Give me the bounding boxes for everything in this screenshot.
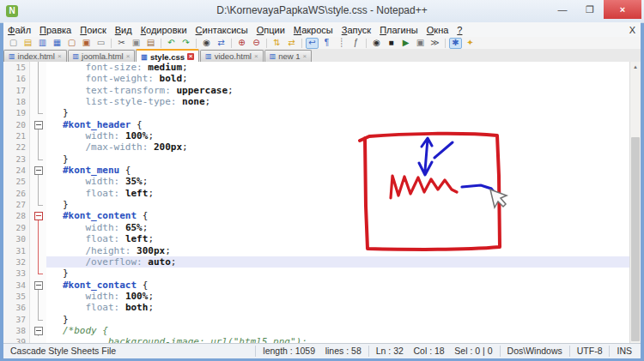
tab-close-icon[interactable]: × [187, 53, 194, 60]
code-line-23[interactable]: 23} [3, 153, 629, 165]
code-line-25[interactable]: 25 width: 35%; [3, 176, 629, 187]
editor-area[interactable]: 15 font-size: medium;16 font-weight: bol… [3, 62, 641, 343]
tab-close-icon[interactable]: × [126, 53, 131, 59]
code-pane[interactable]: 15 font-size: medium;16 font-weight: bol… [3, 62, 629, 343]
fold-margin[interactable] [30, 165, 46, 176]
code-line-32[interactable]: 32 /overflow: auto; [3, 256, 629, 268]
tab-video-html[interactable]: ▥video.html× [200, 50, 264, 62]
function-list-button[interactable]: ƒ [349, 38, 362, 49]
code-line-33[interactable]: 33} [3, 268, 629, 279]
code-line-17[interactable]: 17 text-transform: uppercase; [3, 85, 629, 96]
code-line-18[interactable]: 18 list-style-type: none; [3, 96, 629, 107]
tab-style-css[interactable]: ▥style.css× [136, 49, 199, 63]
zoom-in-button[interactable]: ⊕ [235, 38, 248, 49]
line-text: #kont_content { [46, 210, 629, 221]
code-line-37[interactable]: 37} [3, 314, 629, 325]
code-line-36[interactable]: 36 float: both; [3, 302, 629, 313]
fold-margin[interactable] [30, 280, 46, 291]
show-all-chars-button[interactable]: ¶ [320, 38, 333, 49]
fold-margin[interactable] [30, 325, 46, 336]
sync-vertical-button[interactable]: ⇅ [270, 38, 283, 49]
tab-new-1[interactable]: ▥new 1× [264, 50, 313, 62]
menu-item-window[interactable]: Окна [422, 24, 453, 36]
close-all-button[interactable]: ▣ [80, 38, 93, 49]
menu-item-search[interactable]: Поиск [76, 24, 110, 36]
tab-close-icon[interactable]: × [254, 53, 258, 59]
maximize-button[interactable]: ❐ [576, 0, 604, 19]
menu-item-macro[interactable]: Макросы [289, 24, 337, 36]
fold-margin[interactable] [30, 119, 46, 130]
code-line-31[interactable]: 31 /height: 300px; [3, 245, 629, 256]
menu-item-encoding[interactable]: Кодировки [137, 24, 191, 36]
close-file-button[interactable]: ▢ [65, 38, 78, 49]
replace-button[interactable]: ⇄ [215, 38, 228, 49]
code-line-26[interactable]: 26 float: left; [3, 188, 629, 199]
print-button[interactable]: ▭ [94, 38, 107, 49]
menu-item-run[interactable]: Запуск [337, 24, 375, 36]
menu-item-file[interactable]: Файл [3, 24, 35, 36]
tab-close-icon[interactable]: × [58, 53, 62, 59]
copy-button[interactable]: ▣ [130, 38, 143, 49]
scroll-up-arrow-icon[interactable]: ▴ [630, 62, 641, 71]
code-line-28[interactable]: 28#kont_content { [3, 210, 629, 221]
file-saved-icon: ▥ [141, 53, 148, 61]
menu-item-view[interactable]: Вид [111, 24, 137, 36]
menu-item-plugins[interactable]: Плагины [375, 24, 422, 36]
code-line-30[interactable]: 30 float: left; [3, 233, 629, 244]
line-text: width: 65%; [46, 222, 629, 233]
record-macro-button[interactable]: ◉ [370, 38, 383, 49]
menu-item-language[interactable]: Синтаксисы [191, 24, 252, 36]
plugin-mime-button[interactable]: ✱ [449, 38, 462, 49]
run-macro-multi-button[interactable]: ≫ [428, 38, 441, 49]
line-number: 30 [3, 233, 30, 244]
save-all-button[interactable]: ▦ [51, 38, 64, 49]
plugin-misc-button[interactable]: ✦ [464, 38, 477, 49]
indent-guide-button[interactable]: ┊ [335, 38, 348, 49]
fold-margin [30, 199, 46, 210]
code-line-34[interactable]: 34#kont_contact { [3, 280, 629, 291]
fold-margin [30, 176, 46, 187]
play-macro-button[interactable]: ▶ [399, 38, 412, 49]
code-line-35[interactable]: 35 width: 100%; [3, 291, 629, 302]
new-file-button[interactable]: ▢ [7, 38, 20, 49]
code-line-16[interactable]: 16 font-weight: bold; [3, 73, 629, 84]
code-line-19[interactable]: 19} [3, 107, 629, 118]
code-line-21[interactable]: 21 width: 100%; [3, 130, 629, 141]
save-file-button[interactable]: ▥ [36, 38, 49, 49]
fold-margin[interactable] [30, 210, 46, 221]
menu-item-settings[interactable]: Опции [252, 24, 289, 36]
code-line-29[interactable]: 29 width: 65%; [3, 222, 629, 233]
code-line-22[interactable]: 22 /max-width: 200px; [3, 141, 629, 153]
menu-item-edit[interactable]: Правка [35, 24, 76, 36]
scrollbar-thumb[interactable] [631, 137, 640, 341]
cut-button[interactable]: ✂ [115, 38, 128, 49]
word-wrap-button[interactable]: ↩ [306, 38, 319, 49]
undo-button[interactable]: ↶ [165, 38, 178, 49]
current-line-text: /overflow: auto; [46, 256, 629, 268]
close-document-x[interactable]: X [629, 25, 635, 35]
paste-button[interactable]: ▤ [144, 38, 157, 49]
menu-item-help[interactable]: ? [453, 24, 466, 36]
save-macro-button[interactable]: ▣ [414, 38, 427, 49]
redo-button[interactable]: ↷ [179, 38, 192, 49]
stop-record-button[interactable]: ■ [385, 38, 398, 49]
vertical-scrollbar[interactable]: ▴ [629, 62, 641, 343]
tab-index-html[interactable]: ▥index.html× [3, 50, 67, 62]
find-button[interactable]: ◉ [200, 38, 213, 49]
code-line-27[interactable]: 27} [3, 199, 629, 210]
code-line-38[interactable]: 38/*body { [3, 325, 629, 336]
zoom-out-button[interactable]: ⊖ [250, 38, 263, 49]
minimize-button[interactable]: — [549, 0, 576, 19]
code-line-24[interactable]: 24#kont_menu { [3, 165, 629, 176]
line-text: float: both; [46, 302, 629, 313]
open-file-button[interactable]: ▤ [21, 38, 34, 49]
code-line-15[interactable]: 15 font-size: medium; [3, 62, 629, 73]
sync-horizontal-button[interactable]: ⇄ [285, 38, 298, 49]
code-line-20[interactable]: 20#kont_header { [3, 119, 629, 130]
fold-margin [30, 336, 46, 343]
close-button[interactable]: × [604, 0, 641, 19]
tab-joomla-html[interactable]: ▥joomla.html× [68, 50, 136, 62]
line-number: 33 [3, 268, 30, 279]
tab-close-icon[interactable]: × [303, 53, 307, 59]
code-line-39[interactable]: 39 background-image: url("html5.png"); [3, 336, 629, 343]
